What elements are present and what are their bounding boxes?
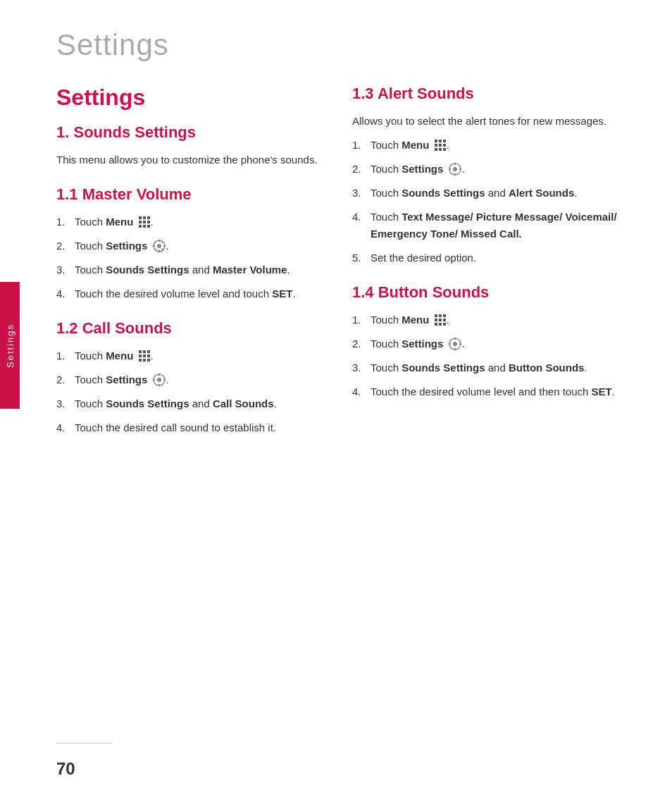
svg-point-59 [453,342,457,346]
svg-rect-37 [435,144,437,147]
svg-rect-50 [439,314,442,317]
page-title: Settings [56,28,169,62]
sidebar-tab: Settings [0,282,20,409]
svg-rect-12 [158,250,160,252]
svg-rect-47 [449,168,451,170]
svg-rect-63 [459,343,461,345]
svg-rect-26 [143,359,146,362]
svg-rect-33 [163,379,166,381]
step-1-1-1: 1. Touch Menu . [56,214,324,230]
svg-rect-32 [153,379,155,381]
svg-rect-38 [439,144,442,147]
svg-rect-2 [147,216,150,219]
svg-rect-45 [454,163,456,165]
step-1-4-3: 3. Touch Sounds Settings and Button Soun… [352,359,644,376]
svg-rect-40 [435,148,437,151]
svg-point-44 [453,167,457,171]
svg-rect-22 [139,355,142,357]
step-1-2-1: 1. Touch Menu . [56,347,324,364]
svg-rect-46 [454,173,456,175]
svg-rect-61 [454,348,456,350]
svg-rect-36 [443,140,446,142]
svg-rect-52 [435,319,437,321]
step-1-4-1: 1. Touch Menu . [352,312,644,328]
svg-rect-21 [147,350,150,353]
sidebar-tab-label: Settings [5,324,15,368]
subsection1-title: 1.1 Master Volume [56,185,324,204]
svg-rect-3 [139,221,142,223]
section1-intro: This menu allows you to customize the ph… [56,152,324,168]
svg-rect-13 [153,245,155,247]
step-1-3-1: 1. Touch Menu . [352,137,644,154]
subsection4-title: 1.4 Button Sounds [352,283,644,302]
svg-rect-5 [147,221,150,223]
svg-rect-0 [139,216,142,219]
left-column: Settings 1. Sounds Settings This menu al… [56,85,324,751]
main-section-title: Settings [56,85,324,111]
svg-rect-42 [443,148,446,151]
step-1-4-4: 4. Touch the desired volume level and th… [352,383,644,400]
menu-icon-3 [434,139,447,152]
svg-rect-20 [143,350,146,353]
svg-point-10 [157,244,161,248]
section1-title: 1. Sounds Settings [56,123,324,142]
svg-rect-60 [454,338,456,340]
svg-rect-24 [147,355,150,357]
subsection3-title: 1.3 Alert Sounds [352,85,644,103]
svg-rect-8 [147,225,150,228]
svg-rect-27 [147,359,150,362]
svg-rect-56 [439,323,442,326]
menu-icon [138,216,151,228]
step-1-4-2: 2. Touch Settings . [352,335,644,352]
svg-rect-14 [163,245,166,247]
settings-icon [152,239,166,253]
svg-rect-31 [158,384,160,386]
svg-rect-19 [139,350,142,353]
step-1-1-3: 3. Touch Sounds Settings and Master Volu… [56,261,324,278]
step-1-3-2: 2. Touch Settings . [352,161,644,178]
svg-rect-4 [143,221,146,223]
settings-icon-2 [152,373,166,387]
step-1-1-4: 4. Touch the desired volume level and to… [56,285,324,302]
main-content: Settings 1. Sounds Settings This menu al… [56,85,644,751]
svg-rect-55 [435,323,437,326]
page-number: 70 [56,759,75,779]
svg-rect-41 [439,148,442,151]
svg-rect-6 [139,225,142,228]
step-1-3-4: 4. Touch Text Message/ Picture Message/ … [352,209,644,242]
svg-rect-51 [443,314,446,317]
step-1-2-3: 3. Touch Sounds Settings and Call Sounds… [56,395,324,412]
svg-point-29 [157,378,161,382]
settings-icon-3 [448,162,462,176]
svg-rect-25 [139,359,142,362]
svg-rect-57 [443,323,446,326]
svg-rect-34 [435,140,437,142]
step-1-3-3: 3. Touch Sounds Settings and Alert Sound… [352,185,644,202]
svg-rect-11 [158,240,160,242]
page-divider [56,743,113,744]
step-1-1-2: 2. Touch Settings . [56,238,324,254]
svg-rect-7 [143,225,146,228]
svg-rect-49 [435,314,437,317]
svg-rect-1 [143,216,146,219]
svg-rect-48 [459,168,461,170]
settings-icon-4 [448,337,462,351]
svg-rect-62 [449,343,451,345]
svg-rect-23 [143,355,146,357]
svg-rect-53 [439,319,442,321]
step-1-2-4: 4. Touch the desired call sound to estab… [56,419,324,436]
svg-rect-35 [439,140,442,142]
svg-rect-39 [443,144,446,147]
menu-icon-2 [138,350,151,362]
subsection3-intro: Allows you to select the alert tones for… [352,113,644,130]
subsection2-title: 1.2 Call Sounds [56,319,324,338]
step-1-2-2: 2. Touch Settings . [56,371,324,388]
svg-rect-54 [443,319,446,321]
step-1-3-5: 5. Set the desired option. [352,250,644,266]
svg-rect-30 [158,374,160,376]
menu-icon-4 [434,314,447,326]
right-column: 1.3 Alert Sounds Allows you to select th… [352,85,644,751]
